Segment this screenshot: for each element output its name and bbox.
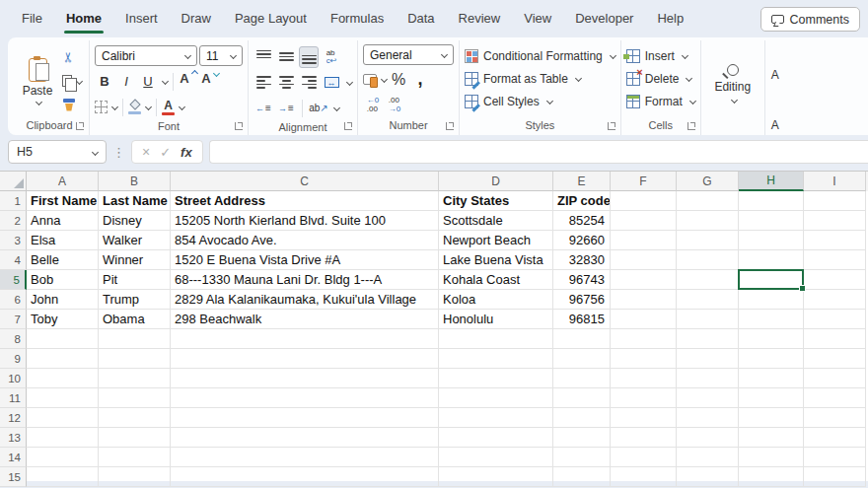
cell-I3[interactable] — [804, 231, 866, 250]
underline-button[interactable]: U — [138, 71, 158, 93]
menu-tab-formulas[interactable]: Formulas — [319, 1, 396, 36]
column-header-F[interactable]: F — [611, 172, 677, 191]
cell-I7[interactable] — [804, 310, 866, 329]
cell-F14[interactable] — [611, 448, 677, 467]
editing-button[interactable]: Editing — [706, 42, 760, 117]
orientation-dropdown-icon[interactable] — [333, 105, 340, 111]
cell-G1[interactable] — [677, 191, 739, 211]
menu-tab-insert[interactable]: Insert — [113, 1, 170, 36]
borders-dropdown-icon[interactable] — [111, 104, 118, 110]
cell-B5[interactable]: Pit — [99, 270, 171, 290]
cell-D6[interactable]: Koloa — [439, 290, 553, 310]
cell-C8[interactable] — [171, 329, 439, 349]
cell-C3[interactable]: 854 Avocado Ave. — [171, 231, 439, 250]
cell-G13[interactable] — [677, 428, 739, 448]
cell-F12[interactable] — [611, 408, 677, 428]
cell-E9[interactable] — [553, 349, 611, 369]
cell-G2[interactable] — [677, 211, 739, 231]
cell-G6[interactable] — [677, 290, 739, 310]
row-header-13[interactable]: 13 — [0, 428, 27, 448]
menu-tab-page-layout[interactable]: Page Layout — [223, 1, 319, 36]
row-header-6[interactable]: 6 — [0, 290, 27, 310]
clipboard-dialog-launcher-icon[interactable] — [76, 122, 84, 130]
cell-G8[interactable] — [677, 329, 739, 349]
cell-H10[interactable] — [739, 369, 804, 388]
underline-dropdown-icon[interactable] — [162, 78, 169, 85]
cell-D9[interactable] — [439, 349, 553, 369]
cell-A2[interactable]: Anna — [27, 211, 99, 231]
cell-B9[interactable] — [99, 349, 171, 369]
cell-C6[interactable]: 2829 Ala Kalanikaumaka, Kukui'ula Villag… — [171, 290, 439, 310]
select-all-corner[interactable] — [0, 172, 27, 191]
row-header-5[interactable]: 5 — [0, 270, 27, 290]
row-header-2[interactable]: 2 — [0, 211, 27, 231]
cell-H5[interactable] — [739, 270, 804, 290]
cell-A15[interactable] — [27, 467, 99, 487]
formula-input[interactable] — [209, 140, 868, 164]
cell-G10[interactable] — [677, 369, 739, 388]
cancel-button[interactable]: × — [142, 144, 150, 160]
increase-decimal-button[interactable]: ←0 .00 — [363, 95, 383, 116]
cell-F8[interactable] — [611, 329, 677, 349]
cell-B12[interactable] — [99, 408, 171, 428]
cell-E15[interactable] — [553, 467, 611, 487]
cell-I12[interactable] — [804, 408, 866, 428]
comments-button[interactable]: Comments — [760, 7, 860, 32]
align-bottom-button[interactable] — [299, 46, 319, 68]
cell-B7[interactable]: Obama — [99, 310, 171, 329]
cell-H8[interactable] — [739, 329, 804, 349]
cell-B15[interactable] — [99, 467, 171, 487]
font-color-button[interactable]: A — [162, 100, 175, 115]
cell-G4[interactable] — [677, 250, 739, 270]
cell-B4[interactable]: Winner — [99, 250, 171, 270]
cell-F15[interactable] — [611, 467, 677, 487]
cell-H2[interactable] — [739, 211, 804, 231]
wrap-text-button[interactable]: ab c↩ — [322, 46, 341, 68]
cell-H14[interactable] — [739, 448, 804, 467]
fill-color-dropdown-icon[interactable] — [145, 104, 152, 110]
cell-G9[interactable] — [677, 349, 739, 369]
row-header-14[interactable]: 14 — [0, 448, 27, 467]
font-name-select[interactable]: Calibri — [95, 45, 197, 66]
menu-tab-developer[interactable]: Developer — [563, 1, 645, 36]
borders-icon[interactable] — [95, 101, 108, 113]
delete-cells-button[interactable]: Delete — [626, 69, 695, 88]
cells-dialog-launcher-icon[interactable] — [687, 122, 695, 130]
name-box[interactable]: H5 — [8, 140, 107, 164]
align-middle-button[interactable] — [276, 46, 296, 68]
cell-A12[interactable] — [27, 408, 99, 428]
column-header-B[interactable]: B — [99, 172, 171, 191]
number-format-select[interactable]: General — [363, 44, 454, 65]
cell-B8[interactable] — [99, 329, 171, 349]
cell-A11[interactable] — [27, 388, 99, 408]
cell-B1[interactable]: Last Name — [99, 191, 171, 211]
cell-G11[interactable] — [677, 388, 739, 408]
cell-D12[interactable] — [439, 408, 553, 428]
cell-A8[interactable] — [27, 329, 99, 349]
cell-D8[interactable] — [439, 329, 553, 349]
cell-E2[interactable]: 85254 — [553, 211, 611, 231]
cell-E14[interactable] — [553, 448, 611, 467]
cell-F3[interactable] — [611, 231, 677, 250]
column-header-D[interactable]: D — [439, 172, 553, 191]
align-center-button[interactable] — [276, 72, 296, 94]
menu-tab-draw[interactable]: Draw — [170, 1, 223, 36]
cell-A6[interactable]: John — [27, 290, 99, 310]
row-header-1[interactable]: 1 — [0, 191, 27, 211]
orientation-button[interactable]: ab ↗ — [309, 98, 328, 119]
cell-D5[interactable]: Kohala Coast — [439, 270, 553, 290]
cell-D1[interactable]: City States — [439, 191, 553, 211]
cell-D2[interactable]: Scottsdale — [439, 211, 553, 231]
cell-C9[interactable] — [171, 349, 439, 369]
cell-B13[interactable] — [99, 428, 171, 448]
cell-F1[interactable] — [611, 191, 677, 211]
column-header-E[interactable]: E — [553, 172, 611, 191]
cell-E11[interactable] — [553, 388, 611, 408]
insert-cells-button[interactable]: Insert — [626, 46, 695, 65]
cell-I9[interactable] — [804, 349, 866, 369]
cell-E10[interactable] — [553, 369, 611, 388]
cell-H11[interactable] — [739, 388, 804, 408]
cell-B2[interactable]: Disney — [99, 211, 171, 231]
merge-center-button[interactable]: ↔ — [322, 72, 341, 94]
cell-E6[interactable]: 96756 — [553, 290, 611, 310]
